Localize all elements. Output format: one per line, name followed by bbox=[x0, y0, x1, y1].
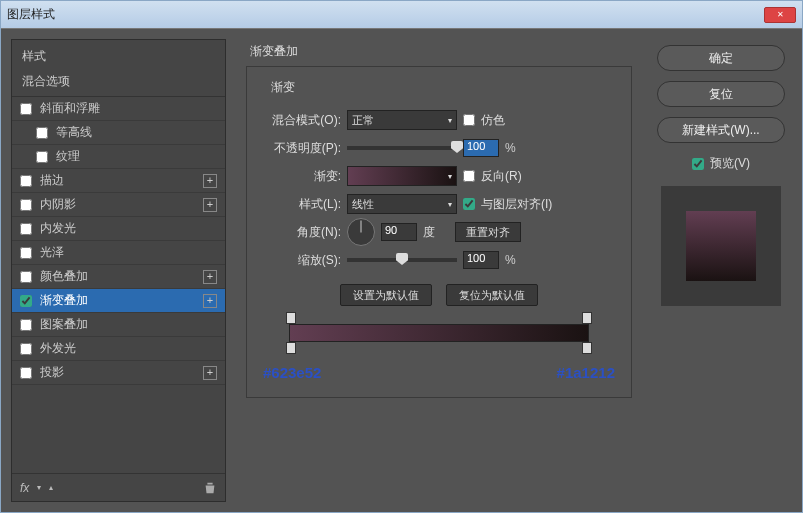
scale-slider[interactable] bbox=[347, 258, 457, 262]
plus-icon[interactable]: + bbox=[203, 198, 217, 212]
blend-mode-value: 正常 bbox=[352, 113, 374, 128]
gradient-group: 渐变 混合模式(O): 正常 ▾ 仿色 不透明度(P): 100 % bbox=[246, 66, 632, 398]
plus-icon[interactable]: + bbox=[203, 366, 217, 380]
opacity-label: 不透明度(P): bbox=[261, 140, 341, 157]
style-item-5[interactable]: 内发光 bbox=[12, 217, 225, 241]
reset-default-button[interactable]: 复位为默认值 bbox=[446, 284, 538, 306]
style-item-1[interactable]: 等高线 bbox=[12, 121, 225, 145]
hex-left: #623e52 bbox=[263, 364, 321, 381]
scale-pct: % bbox=[505, 253, 516, 267]
plus-icon[interactable]: + bbox=[203, 174, 217, 188]
up-down-icon[interactable]: ▴ bbox=[49, 483, 53, 492]
style-item-10[interactable]: 外发光 bbox=[12, 337, 225, 361]
style-checkbox[interactable] bbox=[20, 199, 32, 211]
reverse-label: 反向(R) bbox=[481, 168, 522, 185]
blend-mode-select[interactable]: 正常 ▾ bbox=[347, 110, 457, 130]
opacity-stop-left[interactable] bbox=[286, 312, 296, 324]
style-label: 颜色叠加 bbox=[40, 268, 203, 285]
dither-checkbox[interactable] bbox=[463, 114, 475, 126]
close-button[interactable]: ✕ bbox=[764, 7, 796, 23]
reset-align-button[interactable]: 重置对齐 bbox=[455, 222, 521, 242]
slider-thumb[interactable] bbox=[396, 253, 408, 265]
color-stop-left[interactable] bbox=[286, 342, 296, 354]
style-label: 渐变叠加 bbox=[40, 292, 203, 309]
styles-header: 样式 bbox=[12, 40, 225, 69]
style-value: 线性 bbox=[352, 197, 374, 212]
style-label: 外发光 bbox=[40, 340, 217, 357]
degree-label: 度 bbox=[423, 224, 435, 241]
scale-label: 缩放(S): bbox=[261, 252, 341, 269]
style-item-3[interactable]: 描边+ bbox=[12, 169, 225, 193]
dither-label: 仿色 bbox=[481, 112, 505, 129]
style-checkbox[interactable] bbox=[20, 223, 32, 235]
style-label: 描边 bbox=[40, 172, 203, 189]
scale-row: 缩放(S): 100 % bbox=[261, 246, 617, 274]
preview-checkbox[interactable] bbox=[692, 158, 704, 170]
slider-thumb[interactable] bbox=[451, 141, 463, 153]
style-item-7[interactable]: 颜色叠加+ bbox=[12, 265, 225, 289]
plus-icon[interactable]: + bbox=[203, 270, 217, 284]
ok-button[interactable]: 确定 bbox=[657, 45, 785, 71]
styles-footer: fx ▾ ▴ bbox=[12, 473, 225, 501]
fx-label[interactable]: fx bbox=[20, 481, 29, 495]
hex-right: #1a1212 bbox=[557, 364, 615, 381]
styles-panel: 样式 混合选项 斜面和浮雕等高线纹理描边+内阴影+内发光光泽颜色叠加+渐变叠加+… bbox=[11, 39, 226, 502]
blend-mode-label: 混合模式(O): bbox=[261, 112, 341, 129]
window-title: 图层样式 bbox=[7, 6, 764, 23]
opacity-slider[interactable] bbox=[347, 146, 457, 150]
preview-row: 预览(V) bbox=[692, 155, 750, 172]
color-stop-right[interactable] bbox=[582, 342, 592, 354]
trash-icon[interactable] bbox=[203, 481, 217, 495]
style-label: 投影 bbox=[40, 364, 203, 381]
angle-dial[interactable] bbox=[347, 218, 375, 246]
preview-swatch bbox=[686, 211, 756, 281]
preview-label: 预览(V) bbox=[710, 155, 750, 172]
style-label: 图案叠加 bbox=[40, 316, 217, 333]
new-style-button[interactable]: 新建样式(W)... bbox=[657, 117, 785, 143]
style-item-4[interactable]: 内阴影+ bbox=[12, 193, 225, 217]
chevron-down-icon: ▾ bbox=[448, 116, 452, 125]
gradient-swatch[interactable]: ▾ bbox=[347, 166, 457, 186]
set-default-button[interactable]: 设置为默认值 bbox=[340, 284, 432, 306]
gradient-row: 渐变: ▾ 反向(R) bbox=[261, 162, 617, 190]
angle-label: 角度(N): bbox=[261, 224, 341, 241]
style-label: 内发光 bbox=[40, 220, 217, 237]
chevron-down-icon: ▾ bbox=[448, 172, 452, 181]
blend-options-header[interactable]: 混合选项 bbox=[12, 69, 225, 97]
style-checkbox[interactable] bbox=[20, 271, 32, 283]
style-list: 斜面和浮雕等高线纹理描边+内阴影+内发光光泽颜色叠加+渐变叠加+图案叠加外发光投… bbox=[12, 97, 225, 473]
style-checkbox[interactable] bbox=[20, 175, 32, 187]
angle-row: 角度(N): 90 度 重置对齐 bbox=[261, 218, 617, 246]
style-item-9[interactable]: 图案叠加 bbox=[12, 313, 225, 337]
scale-input[interactable]: 100 bbox=[463, 251, 499, 269]
align-checkbox[interactable] bbox=[463, 198, 475, 210]
style-checkbox[interactable] bbox=[20, 247, 32, 259]
style-checkbox[interactable] bbox=[20, 103, 32, 115]
style-checkbox[interactable] bbox=[20, 295, 32, 307]
plus-icon[interactable]: + bbox=[203, 294, 217, 308]
align-label: 与图层对齐(I) bbox=[481, 196, 552, 213]
style-item-0[interactable]: 斜面和浮雕 bbox=[12, 97, 225, 121]
opacity-stop-right[interactable] bbox=[582, 312, 592, 324]
style-checkbox[interactable] bbox=[20, 343, 32, 355]
style-label: 纹理 bbox=[56, 148, 217, 165]
style-label: 斜面和浮雕 bbox=[40, 100, 217, 117]
gradient-bar[interactable] bbox=[289, 324, 589, 342]
fx-caret-icon[interactable]: ▾ bbox=[37, 483, 41, 492]
reverse-checkbox[interactable] bbox=[463, 170, 475, 182]
style-checkbox[interactable] bbox=[20, 367, 32, 379]
angle-input[interactable]: 90 bbox=[381, 223, 417, 241]
style-item-6[interactable]: 光泽 bbox=[12, 241, 225, 265]
style-select[interactable]: 线性 ▾ bbox=[347, 194, 457, 214]
style-checkbox[interactable] bbox=[36, 151, 48, 163]
dialog-body: 样式 混合选项 斜面和浮雕等高线纹理描边+内阴影+内发光光泽颜色叠加+渐变叠加+… bbox=[1, 29, 802, 512]
cancel-button[interactable]: 复位 bbox=[657, 81, 785, 107]
chevron-down-icon: ▾ bbox=[448, 200, 452, 209]
style-label: 内阴影 bbox=[40, 196, 203, 213]
style-item-2[interactable]: 纹理 bbox=[12, 145, 225, 169]
opacity-input[interactable]: 100 bbox=[463, 139, 499, 157]
style-checkbox[interactable] bbox=[20, 319, 32, 331]
style-item-8[interactable]: 渐变叠加+ bbox=[12, 289, 225, 313]
style-checkbox[interactable] bbox=[36, 127, 48, 139]
style-item-11[interactable]: 投影+ bbox=[12, 361, 225, 385]
